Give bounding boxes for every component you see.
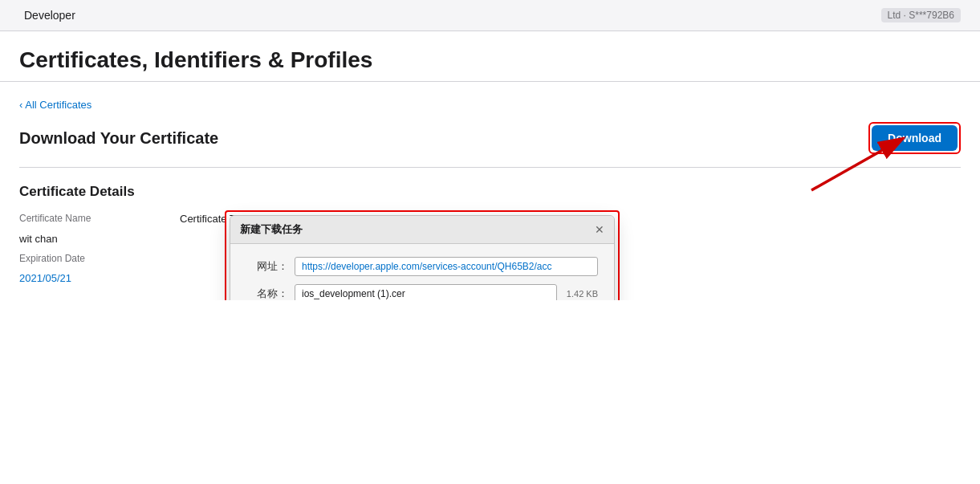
download-button-wrapper: Download bbox=[868, 122, 961, 154]
name-label: 名称： bbox=[246, 287, 288, 300]
section-header: Download Your Certificate Download bbox=[19, 122, 961, 154]
url-row: 网址： bbox=[246, 257, 598, 276]
dialog-overlay: 新建下载任务 ✕ 网址： 名称： 1.42 KB bbox=[225, 210, 620, 300]
cert-details-title: Certificate Details bbox=[19, 184, 961, 200]
header: Developer Ltd · S***792B6 bbox=[0, 0, 980, 31]
cert-name-label: Certificate Name bbox=[19, 213, 164, 225]
url-label: 网址： bbox=[246, 259, 288, 274]
download-button[interactable]: Download bbox=[872, 125, 958, 151]
dialog-body: 网址： 名称： 1.42 KB 下载到： 剩: 71.5 bbox=[230, 244, 614, 300]
name-row: 名称： 1.42 KB bbox=[246, 284, 598, 300]
developer-label: Developer bbox=[24, 9, 75, 22]
dialog-close-button[interactable]: ✕ bbox=[595, 224, 604, 235]
page-title: Certificates, Identifiers & Profiles bbox=[19, 47, 961, 73]
logo: Developer bbox=[19, 9, 75, 22]
dialog-title: 新建下载任务 bbox=[240, 222, 303, 237]
filesize-badge: 1.42 KB bbox=[567, 289, 598, 299]
cert-name-value: wit chan bbox=[19, 233, 164, 245]
section-title: Download Your Certificate bbox=[19, 129, 218, 148]
filename-input[interactable] bbox=[295, 284, 557, 300]
dialog-titlebar: 新建下载任务 ✕ bbox=[230, 216, 614, 244]
content-area: All Certificates Download Your Certifica… bbox=[0, 82, 980, 300]
url-input[interactable] bbox=[295, 257, 598, 276]
download-dialog: 新建下载任务 ✕ 网址： 名称： 1.42 KB bbox=[230, 215, 615, 300]
dialog-red-border: 新建下载任务 ✕ 网址： 名称： 1.42 KB bbox=[225, 210, 620, 300]
divider bbox=[19, 167, 961, 168]
back-link[interactable]: All Certificates bbox=[19, 99, 91, 111]
cert-expiry-value: 2021/05/21 bbox=[19, 272, 164, 284]
page-title-bar: Certificates, Identifiers & Profiles bbox=[0, 31, 980, 82]
account-badge: Ltd · S***792B6 bbox=[881, 8, 961, 22]
cert-expiry-label: Expiration Date bbox=[19, 253, 164, 264]
